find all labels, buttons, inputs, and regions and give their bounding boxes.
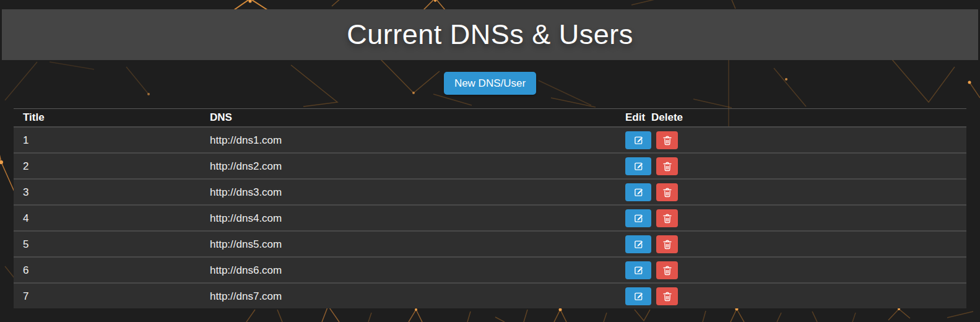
row-title: 6 (14, 257, 201, 283)
delete-button[interactable] (656, 209, 678, 227)
column-header-title: Title (14, 109, 201, 128)
pencil-square-icon (634, 214, 643, 223)
table-row: 6 http://dns6.com (14, 257, 966, 283)
row-title: 2 (14, 153, 201, 179)
page-title: Current DNSs & Users (347, 19, 633, 51)
pencil-square-icon (634, 136, 643, 145)
table-header-row: Title DNS Edit Delete (14, 109, 966, 128)
pencil-square-icon (634, 188, 643, 197)
new-dns-user-button[interactable]: New DNS/User (444, 72, 536, 95)
row-dns: http://dns2.com (201, 153, 616, 179)
edit-button[interactable] (625, 131, 651, 149)
column-header-dns: DNS (201, 109, 616, 128)
delete-button[interactable] (656, 131, 678, 149)
row-title: 3 (14, 179, 201, 205)
pencil-square-icon (634, 292, 643, 301)
trash-icon (663, 188, 672, 198)
title-bar: Current DNSs & Users (2, 9, 978, 60)
row-dns: http://dns6.com (201, 257, 616, 283)
page-root: Current DNSs & Users New DNS/User Title … (0, 9, 980, 308)
pencil-square-icon (634, 240, 643, 249)
delete-button[interactable] (656, 235, 678, 253)
edit-button[interactable] (625, 261, 651, 279)
edit-button[interactable] (625, 157, 651, 175)
table-row: 2 http://dns2.com (14, 153, 966, 179)
edit-button[interactable] (625, 287, 651, 305)
column-header-delete: Delete (651, 109, 966, 128)
trash-icon (663, 136, 672, 146)
table-row: 1 http://dns1.com (14, 127, 966, 153)
edit-button[interactable] (625, 235, 651, 253)
delete-button[interactable] (656, 287, 678, 305)
trash-icon (663, 240, 672, 250)
edit-button[interactable] (625, 209, 651, 227)
pencil-square-icon (634, 162, 643, 171)
table-row: 4 http://dns4.com (14, 205, 966, 231)
trash-icon (663, 162, 672, 172)
row-dns: http://dns4.com (201, 205, 616, 231)
pencil-square-icon (634, 266, 643, 275)
row-title: 1 (14, 127, 201, 153)
trash-icon (663, 266, 672, 276)
delete-button[interactable] (656, 157, 678, 175)
row-title: 4 (14, 205, 201, 231)
table-row: 3 http://dns3.com (14, 179, 966, 205)
trash-icon (663, 292, 672, 302)
row-title: 7 (14, 283, 201, 308)
edit-button[interactable] (625, 183, 651, 201)
row-title: 5 (14, 231, 201, 257)
table-row: 5 http://dns5.com (14, 231, 966, 257)
table-row: 7 http://dns7.com (14, 283, 966, 308)
row-dns: http://dns1.com (201, 127, 616, 153)
delete-button[interactable] (656, 261, 678, 279)
dns-table: Title DNS Edit Delete 1 http://dns1.com … (14, 108, 966, 308)
row-dns: http://dns5.com (201, 231, 616, 257)
column-header-edit: Edit (616, 109, 651, 128)
delete-button[interactable] (656, 183, 678, 201)
trash-icon (663, 214, 672, 224)
row-dns: http://dns3.com (201, 179, 616, 205)
actions-area: New DNS/User (0, 72, 980, 95)
row-dns: http://dns7.com (201, 283, 616, 308)
